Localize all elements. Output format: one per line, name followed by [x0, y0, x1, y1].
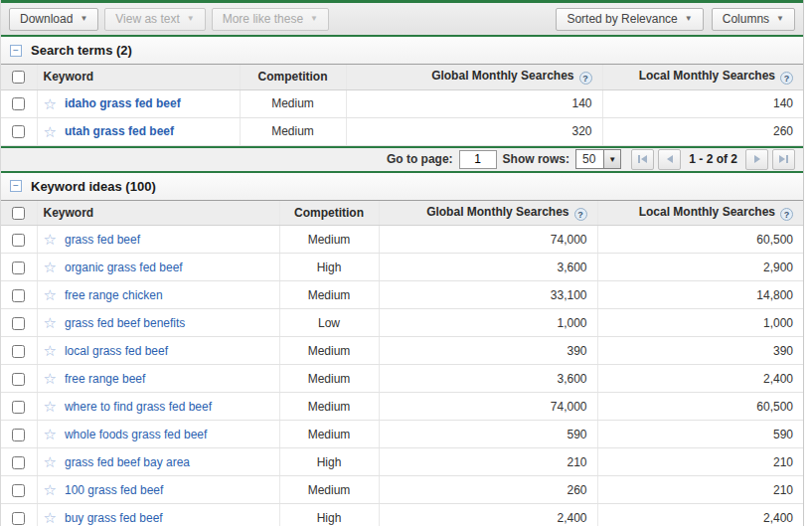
keyword-ideas-section-header: − Keyword ideas (100) — [1, 173, 803, 201]
global-searches-value: 3,600 — [379, 254, 597, 281]
columns-button[interactable]: Columns ▼ — [712, 8, 795, 31]
row-select-checkbox[interactable] — [12, 125, 25, 138]
keyword-link[interactable]: where to find grass fed beef — [65, 400, 212, 414]
global-searches-value: 210 — [379, 448, 597, 476]
local-searches-value: 60,500 — [597, 226, 803, 254]
row-select-checkbox[interactable] — [12, 484, 25, 497]
pager-controls: 1 - 2 of 2 — [631, 149, 795, 170]
keyword-link[interactable]: buy grass fed beef — [65, 511, 163, 525]
star-icon[interactable]: ☆ — [44, 427, 57, 441]
competition-column-header[interactable]: Competition — [240, 65, 346, 89]
help-icon[interactable]: ? — [780, 72, 793, 85]
sorted-by-button[interactable]: Sorted by Relevance ▼ — [556, 8, 703, 31]
dropdown-caret-icon: ▼ — [685, 15, 693, 23]
star-icon[interactable]: ☆ — [44, 96, 57, 111]
collapse-icon[interactable]: − — [10, 45, 22, 57]
keyword-column-header[interactable]: Keyword — [37, 65, 240, 89]
next-page-button[interactable] — [745, 149, 768, 170]
keyword-idea-row: ☆buy grass fed beef High 2,400 2,400 — [1, 504, 803, 526]
keyword-link[interactable]: free range chicken — [65, 288, 163, 302]
row-select-checkbox[interactable] — [12, 401, 25, 414]
keyword-idea-row: ☆whole foods grass fed beef Medium 590 5… — [1, 421, 803, 448]
star-icon[interactable]: ☆ — [44, 399, 57, 414]
previous-page-button[interactable] — [658, 149, 681, 170]
local-searches-column-header[interactable]: Local Monthly Searches? — [602, 65, 803, 89]
star-icon[interactable]: ☆ — [44, 343, 57, 358]
results-toolbar: Download ▼ View as text ▼ More like thes… — [1, 3, 803, 37]
download-button[interactable]: Download ▼ — [9, 8, 98, 31]
global-searches-column-header[interactable]: Global Monthly Searches? — [346, 65, 602, 89]
collapse-icon[interactable]: − — [10, 180, 22, 192]
help-icon[interactable]: ? — [574, 208, 587, 221]
dropdown-caret-icon: ▼ — [80, 15, 87, 23]
row-select-checkbox[interactable] — [12, 345, 25, 358]
competition-column-header[interactable]: Competition — [279, 201, 379, 226]
global-searches-column-header[interactable]: Global Monthly Searches? — [379, 201, 597, 226]
last-page-button[interactable] — [772, 149, 795, 170]
dropdown-caret-icon: ▼ — [310, 15, 318, 23]
star-icon[interactable]: ☆ — [44, 510, 57, 525]
keyword-link[interactable]: idaho grass fed beef — [65, 96, 181, 110]
competition-value: Medium — [279, 226, 379, 254]
star-icon[interactable]: ☆ — [44, 482, 57, 497]
competition-value: Low — [279, 309, 379, 337]
local-searches-value: 2,900 — [597, 254, 803, 281]
help-icon[interactable]: ? — [579, 72, 592, 85]
local-searches-value: 210 — [597, 448, 803, 476]
keyword-idea-row: ☆where to find grass fed beef Medium 74,… — [1, 393, 803, 421]
star-icon[interactable]: ☆ — [44, 315, 57, 330]
row-select-checkbox[interactable] — [12, 456, 25, 469]
row-select-checkbox[interactable] — [12, 262, 25, 274]
local-searches-column-header[interactable]: Local Monthly Searches? — [597, 201, 803, 226]
keyword-column-header[interactable]: Keyword — [37, 201, 279, 226]
page-number-input[interactable] — [459, 150, 497, 169]
row-select-checkbox[interactable] — [12, 97, 25, 110]
row-select-checkbox[interactable] — [12, 317, 25, 330]
competition-value: Medium — [279, 281, 379, 309]
show-rows-select[interactable]: 50 ▼ — [575, 149, 621, 169]
row-select-checkbox[interactable] — [12, 289, 25, 302]
keyword-link[interactable]: local grass fed beef — [65, 344, 168, 358]
keyword-link[interactable]: 100 grass fed beef — [65, 483, 163, 497]
keyword-link[interactable]: free range beef — [65, 372, 145, 386]
more-like-these-button[interactable]: More like these ▼ — [212, 8, 329, 31]
keyword-ideas-table: Keyword Competition Global Monthly Searc… — [1, 201, 803, 526]
global-searches-value: 3,600 — [379, 365, 597, 393]
help-icon[interactable]: ? — [780, 208, 793, 221]
first-page-button[interactable] — [631, 149, 654, 170]
row-select-checkbox[interactable] — [12, 373, 25, 386]
competition-value: Medium — [240, 117, 346, 145]
select-all-checkbox[interactable] — [12, 71, 25, 84]
view-as-text-button[interactable]: View as text ▼ — [104, 8, 205, 31]
row-select-checkbox[interactable] — [12, 234, 25, 247]
keyword-idea-row: ☆free range beef Medium 3,600 2,400 — [1, 365, 803, 393]
keyword-link[interactable]: grass fed beef bay area — [65, 455, 190, 469]
star-icon[interactable]: ☆ — [44, 260, 57, 274]
keyword-link[interactable]: utah grass fed beef — [65, 124, 174, 138]
dropdown-caret-icon: ▼ — [776, 15, 784, 23]
keyword-link[interactable]: grass fed beef benefits — [65, 316, 185, 330]
keyword-tool-results-panel: Download ▼ View as text ▼ More like thes… — [0, 0, 804, 526]
local-searches-value: 2,400 — [597, 504, 803, 526]
star-icon[interactable]: ☆ — [44, 287, 57, 302]
keyword-link[interactable]: organic grass fed beef — [65, 261, 183, 274]
local-searches-value: 260 — [602, 117, 803, 145]
star-icon[interactable]: ☆ — [44, 454, 57, 469]
keyword-link[interactable]: grass fed beef — [65, 233, 140, 247]
keyword-link[interactable]: whole foods grass fed beef — [65, 428, 207, 441]
global-searches-value: 33,100 — [379, 281, 597, 309]
row-select-checkbox[interactable] — [12, 429, 25, 441]
go-to-page-label: Go to page: — [387, 152, 453, 166]
select-all-checkbox[interactable] — [12, 207, 25, 220]
search-terms-table: Keyword Competition Global Monthly Searc… — [1, 65, 803, 146]
star-icon[interactable]: ☆ — [44, 124, 57, 139]
competition-value: High — [279, 448, 379, 476]
last-page-icon — [779, 155, 785, 163]
star-icon[interactable]: ☆ — [44, 232, 57, 247]
local-searches-value: 210 — [597, 476, 803, 504]
more-like-these-button-label: More like these — [223, 12, 303, 26]
competition-value: High — [279, 254, 379, 281]
row-select-checkbox[interactable] — [12, 512, 25, 525]
star-icon[interactable]: ☆ — [44, 371, 57, 386]
show-rows-label: Show rows: — [503, 152, 569, 166]
